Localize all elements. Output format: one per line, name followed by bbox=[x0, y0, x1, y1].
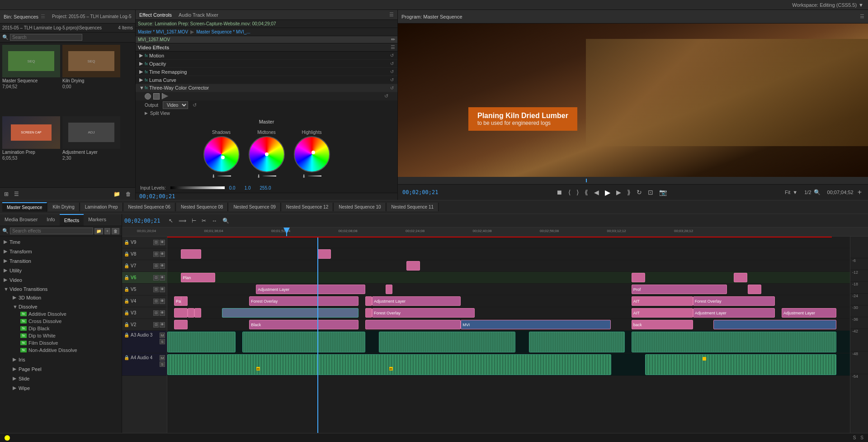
select-tool[interactable]: ↖ bbox=[167, 217, 175, 225]
mark-out-btn[interactable]: ⟩ bbox=[575, 188, 580, 197]
next-frame-btn[interactable]: ▶ bbox=[614, 188, 623, 197]
clip-ait-1[interactable]: AIT bbox=[632, 296, 693, 306]
toggle-sync-icon[interactable]: ⊡ bbox=[153, 263, 159, 269]
clip-v2-1[interactable] bbox=[174, 320, 188, 329]
toggle-sync-icon[interactable]: ⊡ bbox=[153, 299, 159, 304]
clip-ait-v3[interactable]: AIT bbox=[632, 308, 693, 318]
clip-v4-4[interactable] bbox=[365, 296, 372, 306]
midtones-color-wheel[interactable] bbox=[249, 136, 285, 172]
clip-mvi[interactable]: MVI bbox=[461, 320, 611, 329]
clip-v8-1[interactable] bbox=[181, 249, 201, 259]
effect-non-additive-dissolve[interactable]: fx Non-Additive Dissolve bbox=[18, 347, 117, 354]
delete-effect-btn[interactable]: 🗑 bbox=[112, 228, 119, 234]
thumbnail-item[interactable]: SEQ Master Sequence 7;04;52 bbox=[2, 45, 60, 114]
color-icon1[interactable] bbox=[145, 93, 151, 100]
reset-icon[interactable]: ↺ bbox=[390, 77, 394, 82]
clip-forest-overlay-1[interactable]: Forest Overlay bbox=[249, 296, 359, 306]
tab-media-browser[interactable]: Media Browser bbox=[0, 214, 42, 226]
folder-iris-toggle[interactable]: ▶ Iris bbox=[11, 356, 117, 363]
track-select-tool[interactable]: ⟹ bbox=[177, 217, 188, 225]
fit-dropdown[interactable]: ▼ bbox=[793, 190, 797, 195]
ripple-tool[interactable]: ⊢ bbox=[190, 217, 198, 225]
tab-nested-11[interactable]: Nested Sequence 11 bbox=[387, 203, 439, 211]
color-icon3[interactable] bbox=[162, 93, 168, 100]
delete-btn[interactable]: 🗑 bbox=[124, 190, 133, 198]
highlights-color-wheel[interactable] bbox=[294, 136, 330, 172]
solo-icon-a4[interactable]: S bbox=[160, 361, 165, 367]
folder-transform-toggle[interactable]: ▶ Transform bbox=[2, 247, 119, 255]
clip-v6-2[interactable] bbox=[632, 273, 645, 282]
clip-v4-2[interactable] bbox=[181, 296, 188, 306]
clip-back[interactable]: back bbox=[632, 320, 693, 329]
razor-tool[interactable]: ✂ bbox=[200, 217, 208, 225]
clip-adj-layer-v3-2[interactable]: Adjustment Layer bbox=[782, 308, 836, 318]
tab-master-sequence[interactable]: Master Sequence bbox=[2, 202, 47, 212]
effect-row-lumacurve[interactable]: ▶ fx Luma Curve ↺ bbox=[136, 76, 397, 84]
toggle-sync-icon[interactable]: ⊡ bbox=[153, 240, 159, 245]
clip-v8-2[interactable] bbox=[317, 249, 331, 259]
tab-markers[interactable]: Markers bbox=[84, 214, 111, 226]
video-effects-menu[interactable]: ☰ bbox=[391, 44, 395, 50]
grid-view-btn[interactable]: ⊞ bbox=[2, 190, 10, 198]
list-view-btn[interactable]: ☰ bbox=[12, 190, 21, 198]
mute-icon-a4[interactable]: M bbox=[160, 355, 165, 361]
tab-kiln-drying[interactable]: Kiln Drying bbox=[48, 203, 79, 211]
clip-forest-overlay-v3[interactable]: Forest Overlay bbox=[372, 308, 475, 318]
clip-prof[interactable]: Prof bbox=[632, 285, 727, 294]
effect-row-colorcc[interactable]: ▼ fx Three-Way Color Corrector ↺ bbox=[136, 84, 397, 92]
effect-dip-to-white[interactable]: fx Dip to White bbox=[18, 332, 117, 339]
clip-audio-a3-5[interactable] bbox=[632, 332, 836, 352]
toggle-sync-icon[interactable]: ⊡ bbox=[153, 252, 159, 257]
clip-adj-layer-1[interactable]: Adjustment Layer bbox=[256, 285, 365, 294]
panel-menu-icon[interactable]: ☰ bbox=[389, 12, 394, 18]
visibility-icon[interactable]: 👁 bbox=[160, 322, 165, 328]
clip-v2-3[interactable] bbox=[365, 320, 461, 329]
new-bin-btn[interactable]: 📁 bbox=[112, 190, 122, 198]
thumbnail-item[interactable]: SCREEN CAP Lamination Prep 6;05;53 bbox=[2, 116, 60, 185]
clip-forest-overlay-2[interactable]: Forest Overlay bbox=[693, 296, 775, 306]
clip-v6-3[interactable] bbox=[734, 273, 747, 282]
folder-transition-toggle[interactable]: ▶ Transition bbox=[2, 257, 119, 265]
new-bin-btn2[interactable]: + bbox=[104, 228, 110, 234]
folder-wipe-toggle[interactable]: ▶ Wipe bbox=[11, 384, 117, 392]
new-folder-btn[interactable]: 📁 bbox=[94, 228, 103, 234]
toggle-sync-icon[interactable]: ⊡ bbox=[153, 310, 159, 316]
clip-v3-2[interactable] bbox=[188, 308, 194, 318]
clip-audio-a3-3[interactable] bbox=[379, 332, 515, 352]
visibility-icon[interactable]: 👁 bbox=[160, 299, 165, 304]
folder-time-toggle[interactable]: ▶ Time bbox=[2, 238, 119, 246]
visibility-icon[interactable]: 👁 bbox=[160, 287, 165, 292]
bin-search-input[interactable] bbox=[10, 34, 82, 41]
effect-controls-tab[interactable]: Effect Controls bbox=[139, 12, 172, 18]
clip-adj-layer-v3[interactable]: Adjustment Layer bbox=[693, 308, 775, 318]
safe-margins-btn[interactable]: ⊡ bbox=[646, 188, 655, 197]
tab-nested-09[interactable]: Nested Sequence 09 bbox=[229, 203, 280, 211]
slip-tool[interactable]: ↔ bbox=[210, 217, 219, 225]
tab-nested-10[interactable]: Nested Sequence 10 bbox=[334, 203, 386, 211]
tab-effects[interactable]: Effects bbox=[60, 214, 84, 226]
effect-row-opacity[interactable]: ▶ fx Opacity ↺ bbox=[136, 60, 397, 68]
reset-icon[interactable]: ↺ bbox=[390, 69, 394, 74]
visibility-icon[interactable]: 👁 bbox=[160, 240, 165, 245]
stop-btn[interactable]: ⏹ bbox=[554, 188, 564, 197]
shadow-color-wheel[interactable] bbox=[203, 136, 240, 172]
zoom-tool[interactable]: 🔍 bbox=[221, 217, 231, 225]
thumbnail-item[interactable]: SEQ Kiln Drying 0;00 bbox=[62, 45, 120, 114]
loop-btn[interactable]: ↻ bbox=[635, 188, 644, 197]
output-reset[interactable]: ↺ bbox=[193, 102, 197, 108]
folder-3d-motion-toggle[interactable]: ▶ 3D Motion bbox=[11, 294, 117, 301]
folder-dissolve-toggle[interactable]: ▼ Dissolve bbox=[11, 303, 117, 310]
clip-audio-a3-4[interactable] bbox=[529, 332, 624, 352]
effect-row-motion[interactable]: ▶ fx Motion ↺ bbox=[136, 52, 397, 60]
clip-audio-a4-1[interactable]: m m bbox=[167, 354, 611, 375]
mute-icon[interactable]: M bbox=[160, 333, 165, 338]
prev-frame-btn[interactable]: ◀ bbox=[592, 188, 601, 197]
effect-cross-dissolve[interactable]: fx Cross Dissolve bbox=[18, 318, 117, 325]
clip-v3-4[interactable] bbox=[365, 308, 372, 318]
clip-v3-1[interactable] bbox=[174, 308, 188, 318]
step-back-btn[interactable]: ⟪ bbox=[583, 188, 590, 197]
folder-video-transitions-toggle[interactable]: ▼ Video Transitions bbox=[2, 285, 119, 293]
clip-seq-dropdown[interactable]: Master Sequence * MVI_... bbox=[196, 29, 250, 34]
tab-nested-12[interactable]: Nested Sequence 12 bbox=[282, 203, 333, 211]
clip-black[interactable]: Black bbox=[249, 320, 359, 329]
